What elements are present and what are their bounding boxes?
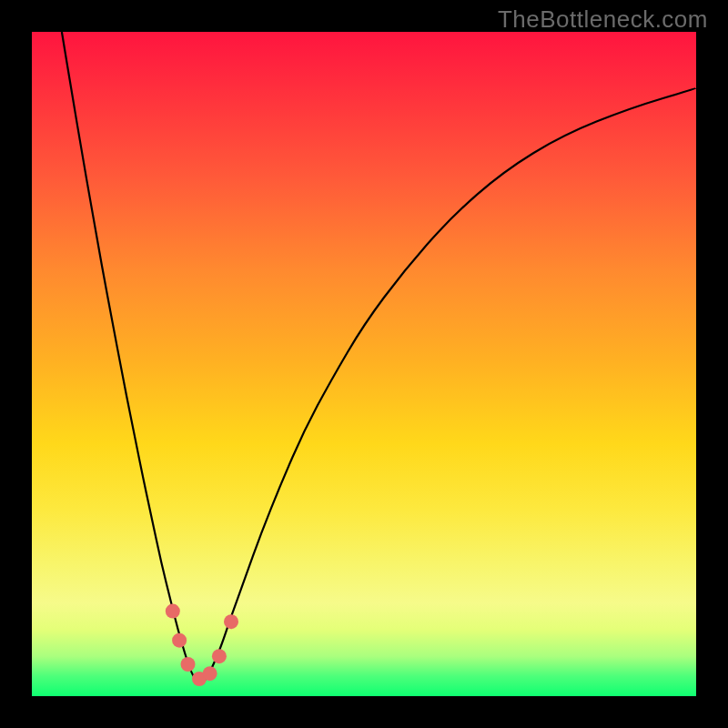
curve-svg (32, 32, 696, 696)
curve-marker (172, 633, 187, 648)
curve-marker (166, 604, 180, 619)
curve-marker (203, 666, 217, 681)
curve-marker (224, 614, 238, 629)
curve-markers (166, 604, 238, 686)
curve-marker (212, 649, 227, 663)
bottleneck-curve-path (62, 32, 696, 682)
chart-frame: TheBottleneck.com (0, 0, 728, 728)
plot-area (32, 32, 696, 696)
watermark-text: TheBottleneck.com (498, 5, 708, 34)
curve-marker (181, 657, 196, 672)
